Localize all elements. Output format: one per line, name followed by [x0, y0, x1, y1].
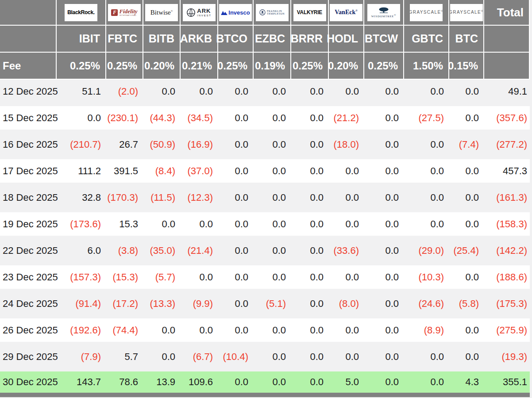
cell-gbtc: (27.5) [404, 112, 449, 124]
cell-bitb: 13.9 [143, 376, 181, 388]
cell-ezbc: 0.0 [254, 376, 291, 388]
flow-row-26-dec-2025: 26 Dec 2025(192.6)(74.4)0.00.00.00.00.00… [0, 318, 530, 342]
row-date: 18 Dec 2025 [0, 192, 57, 203]
cell-ezbc: 0.0 [254, 272, 291, 283]
ticker-GBTC: GBTC [404, 26, 449, 52]
cell-brrr: 0.0 [291, 376, 329, 388]
cell-ezbc: 0.0 [254, 218, 291, 230]
cell-hodl: 0.0 [329, 192, 364, 203]
logo-row-date-spacer [0, 0, 57, 25]
cell-arkb: 0.0 [181, 325, 218, 336]
fee-row-total-spacer [484, 53, 530, 79]
cell-fbtc: (2.0) [106, 86, 143, 97]
cell-fbtc: 26.7 [106, 139, 143, 150]
cell-gbtc: (24.6) [404, 298, 449, 310]
cell-btco: 0.0 [218, 218, 254, 230]
fee-label: Fee [3, 60, 21, 72]
cell-brrr: 0.0 [291, 218, 329, 230]
cell-btco: 0.0 [218, 298, 254, 310]
cell-gbtc: 0.0 [404, 192, 449, 203]
grayscale-logo-gbtc: GRAYSCALE® [410, 4, 443, 21]
cell-btc: 0.0 [449, 272, 484, 283]
cell-gbtc: 0.0 [404, 86, 449, 97]
cell-hodl: 0.0 [329, 165, 364, 177]
row-date: 29 Dec 2025 [0, 351, 57, 363]
cell-total: (175.3) [484, 298, 530, 310]
cell-ibit: (192.6) [57, 325, 106, 336]
cell-total: 355.1 [484, 376, 530, 388]
cell-ezbc: 0.0 [254, 245, 291, 256]
cell-gbtc: 0.0 [404, 139, 449, 150]
cell-ibit: 143.7 [57, 376, 106, 388]
fidelity-logo: F Fidelity INTERNATIONAL [108, 4, 141, 21]
row-date: 23 Dec 2025 [0, 272, 57, 283]
cell-btc: 0.0 [449, 86, 484, 97]
grayscale-trademark: ® [481, 10, 482, 12]
cell-hodl: 0.0 [329, 86, 364, 97]
ticker-FBTC: FBTC [106, 26, 143, 52]
cell-gbtc: 0.0 [404, 376, 449, 388]
cell-btc: 0.0 [449, 351, 484, 363]
column-header-brrr: VALKYRIE [291, 0, 329, 25]
cell-bitb: 0.0 [143, 86, 181, 97]
fee-FBTC: 0.25% [106, 53, 143, 79]
flow-data-rows: 12 Dec 202551.1(2.0)0.00.00.00.00.00.00.… [0, 80, 530, 393]
ark-globe-icon [186, 8, 196, 17]
row-date: 16 Dec 2025 [0, 139, 57, 150]
cell-btcw: 0.0 [364, 298, 404, 310]
row-date: 30 Dec 2025 [0, 376, 57, 388]
cell-btcw: 0.0 [364, 218, 404, 230]
flow-row-24-dec-2025: 24 Dec 2025(91.4)(17.2)(13.3)(9.9)0.0(5.… [0, 292, 530, 315]
vaneck-wordmark: VanEck [335, 9, 355, 15]
cell-ezbc: 0.0 [254, 325, 291, 336]
cell-arkb: 109.6 [181, 376, 218, 388]
cell-bitb: 0.0 [143, 351, 181, 363]
cell-ibit: (91.4) [57, 298, 106, 310]
flow-row-29-dec-2025: 29 Dec 2025(7.9)5.70.0(6.7)(10.4)0.00.00… [0, 345, 530, 368]
cell-brrr: 0.0 [291, 298, 329, 310]
cell-btco: 0.0 [218, 325, 254, 336]
flow-row-19-dec-2025: 19 Dec 2025(173.6)15.30.00.00.00.00.00.0… [0, 212, 530, 236]
ticker-BTCW: BTCW [364, 26, 404, 52]
cell-btc: 0.0 [449, 325, 484, 336]
cell-btc: 0.0 [449, 218, 484, 230]
cell-ibit: 51.1 [57, 86, 106, 97]
ark-wordmark: ARK [197, 8, 211, 14]
vaneck-trademark: ® [355, 9, 357, 12]
cell-btcw: 0.0 [364, 86, 404, 97]
fidelity-f-icon: F [111, 9, 118, 16]
row-date: 19 Dec 2025 [0, 218, 57, 230]
cell-brrr: 0.0 [291, 245, 329, 256]
fee-ARKB: 0.21% [181, 53, 218, 79]
cell-fbtc: (170.3) [106, 192, 143, 203]
cell-arkb: 0.0 [181, 218, 218, 230]
cell-btcw: 0.0 [364, 245, 404, 256]
cell-hodl: (18.0) [329, 139, 364, 150]
cell-bitb: (5.7) [143, 272, 181, 283]
bitwise-logo: Bitwise® [145, 4, 178, 21]
cell-btc: 0.0 [449, 165, 484, 177]
total-label: Total [497, 6, 524, 19]
grayscale-wordmark: GRAYSCALE [410, 10, 441, 15]
cell-gbtc: (10.3) [404, 272, 449, 283]
cell-ezbc: (5.1) [254, 298, 291, 310]
ticker-EZBC: EZBC [254, 26, 291, 52]
cell-total: 49.1 [484, 86, 530, 97]
cell-total: (161.3) [484, 192, 530, 203]
column-header-btco: Invesco [218, 0, 254, 25]
cell-btcw: 0.0 [364, 351, 404, 363]
cell-ibit: 32.8 [57, 192, 106, 203]
cell-brrr: 0.0 [291, 351, 329, 363]
cell-total: (19.3) [484, 351, 530, 363]
cell-brrr: 0.0 [291, 86, 329, 97]
column-header-arkb: ARK INVEST [181, 0, 218, 25]
cell-gbtc: (8.9) [404, 325, 449, 336]
cell-bitb: (8.4) [143, 165, 181, 177]
column-header-ibit: BlackRock. [57, 0, 106, 25]
cell-brrr: 0.0 [291, 192, 329, 203]
cell-btco: 0.0 [218, 272, 254, 283]
grayscale-wordmark: GRAYSCALE [450, 10, 482, 15]
column-header-gbtc: GRAYSCALE® [404, 0, 449, 25]
cell-ezbc: 0.0 [254, 192, 291, 203]
cell-ibit: 0.0 [57, 112, 106, 124]
